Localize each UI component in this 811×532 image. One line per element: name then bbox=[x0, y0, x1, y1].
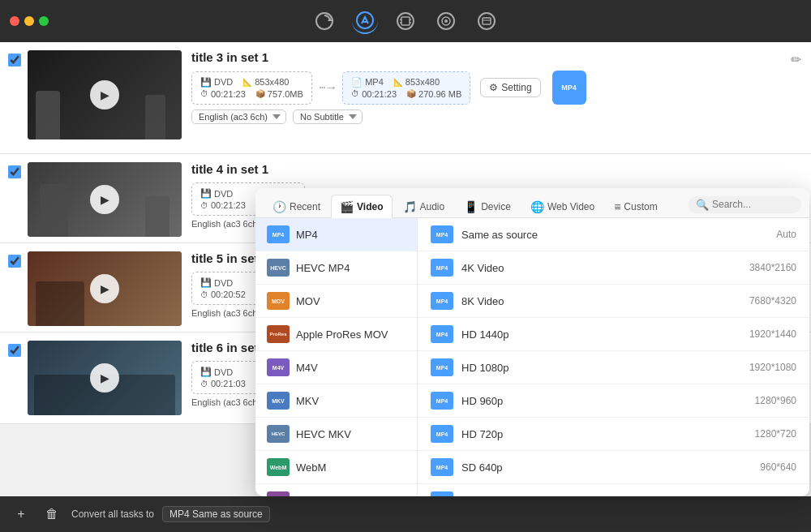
disc-icon[interactable] bbox=[433, 8, 459, 34]
nav-icons bbox=[311, 8, 500, 34]
m4v-format-icon: M4V bbox=[267, 358, 290, 376]
mov-format-icon: MOV bbox=[267, 292, 290, 310]
video-tab-icon: 🎬 bbox=[340, 200, 354, 213]
video-thumb-1: ▶ bbox=[28, 50, 182, 139]
pror-format-icon: ProRes bbox=[267, 325, 290, 343]
640p-preset-icon: MP4 bbox=[431, 458, 453, 476]
format-picker-overlay: 🕐 Recent 🎬 Video 🎵 Audio 📱 Device 🌐 Web … bbox=[255, 188, 809, 496]
video-thumb-2: ▶ bbox=[28, 162, 182, 237]
format-preset-1080p[interactable]: MP4 HD 1080p 1920*1080 bbox=[418, 351, 809, 384]
custom-tab-icon: ≡ bbox=[614, 200, 620, 213]
format-preset-1440p[interactable]: MP4 HD 1440p 1920*1440 bbox=[418, 318, 809, 351]
format-item-m4v[interactable]: M4V M4V bbox=[255, 351, 417, 384]
search-icon: 🔍 bbox=[696, 199, 709, 211]
format-right-panel: MP4 Same as source Auto MP4 4K Video 384… bbox=[418, 218, 809, 496]
format-item-mp4[interactable]: MP4 MP4 bbox=[255, 218, 417, 251]
format-tabs: 🕐 Recent 🎬 Video 🎵 Audio 📱 Device 🌐 Web … bbox=[255, 188, 809, 218]
close-dot[interactable] bbox=[10, 16, 19, 26]
format-item-hevc-mp4[interactable]: HEVC HEVC MP4 bbox=[255, 251, 417, 285]
same-preset-icon: MP4 bbox=[431, 225, 453, 243]
convert-icon[interactable] bbox=[352, 8, 378, 34]
tab-video[interactable]: 🎬 Video bbox=[331, 195, 392, 218]
dest-box-1: 📄 MP4 📐 853x480 ⏱ 00:21:23 📦 270.96 MB bbox=[342, 71, 470, 105]
recent-icon: 🕐 bbox=[272, 200, 286, 213]
format-item-webm[interactable]: WebM WebM bbox=[255, 451, 417, 484]
audio-tab-icon: 🎵 bbox=[403, 200, 417, 213]
tab-audio[interactable]: 🎵 Audio bbox=[394, 195, 454, 218]
window-controls bbox=[10, 16, 49, 26]
format-item-mov[interactable]: MOV MOV bbox=[255, 285, 417, 318]
mp4-format-icon: MP4 bbox=[267, 225, 290, 243]
video-title-1: title 3 in set 1 bbox=[191, 50, 803, 64]
audio-select-1[interactable]: English (ac3 6ch) bbox=[191, 109, 286, 124]
delete-button[interactable]: 🗑 bbox=[41, 503, 63, 526]
play-button-3[interactable]: ▶ bbox=[90, 274, 119, 303]
minimize-dot[interactable] bbox=[24, 16, 34, 26]
format-badge[interactable]: MP4 Same as source bbox=[162, 506, 270, 522]
format-item-avi[interactable]: AVI AVI bbox=[255, 484, 417, 496]
setting-button-1[interactable]: ⚙ DVD Setting bbox=[480, 78, 540, 97]
play-button-2[interactable]: ▶ bbox=[90, 185, 119, 214]
format-left-panel: MP4 MP4 HEVC HEVC MP4 MOV MOV ProRes App… bbox=[255, 218, 418, 496]
video-checkbox-1[interactable] bbox=[8, 54, 21, 66]
video-checkbox-3[interactable] bbox=[8, 255, 21, 268]
video-thumb-4: ▶ bbox=[28, 341, 182, 415]
web-video-tab-icon: 🌐 bbox=[530, 200, 544, 213]
format-item-mkv[interactable]: MKV MKV bbox=[255, 384, 417, 418]
svg-rect-5 bbox=[401, 17, 410, 25]
film-icon[interactable] bbox=[393, 8, 418, 34]
tab-custom[interactable]: ≡ Custom bbox=[605, 195, 667, 218]
main-content: ▶ title 3 in set 1 💾 DVD 📐 853x480 ⏱ 00:… bbox=[0, 42, 811, 532]
format-preset-576p[interactable]: MP4 SD 576p 768*576 bbox=[418, 484, 809, 496]
960p-preset-icon: MP4 bbox=[431, 392, 453, 410]
titlebar bbox=[0, 0, 811, 42]
webm-format-icon: WebM bbox=[267, 458, 290, 476]
format-item-apple-pror[interactable]: ProRes Apple ProRes MOV bbox=[255, 318, 417, 351]
format-preset-same[interactable]: MP4 Same as source Auto bbox=[418, 218, 809, 251]
maximize-dot[interactable] bbox=[39, 16, 49, 26]
avi-format-icon: AVI bbox=[267, 491, 290, 496]
audio-label-4: English (ac3 6ch bbox=[191, 397, 257, 407]
play-button-4[interactable]: ▶ bbox=[90, 363, 119, 393]
4k-preset-icon: MP4 bbox=[431, 259, 453, 277]
576p-preset-icon: MP4 bbox=[431, 491, 453, 496]
video-checkbox-2[interactable] bbox=[8, 165, 21, 178]
tab-web-video[interactable]: 🌐 Web Video bbox=[521, 195, 603, 218]
subtitle-select-1[interactable]: No Subtitle bbox=[293, 109, 363, 124]
1080p-preset-icon: MP4 bbox=[431, 358, 453, 376]
video-checkbox-4[interactable] bbox=[8, 344, 21, 357]
format-preset-720p[interactable]: MP4 HD 720p 1280*720 bbox=[418, 418, 809, 451]
audio-label-3: English (ac3 6ch bbox=[191, 308, 257, 318]
format-item-hevc-mkv[interactable]: HEVC HEVC MKV bbox=[255, 418, 417, 451]
rotate-icon[interactable] bbox=[311, 8, 337, 34]
bottom-bar: + 🗑 Convert all tasks to MP4 Same as sou… bbox=[0, 496, 811, 532]
arrow-icon-1: ···→ bbox=[319, 80, 336, 95]
format-search-box: 🔍 bbox=[688, 196, 801, 213]
video-title-2: title 4 in set 1 bbox=[191, 162, 803, 176]
svg-point-4 bbox=[397, 13, 414, 29]
8k-preset-icon: MP4 bbox=[431, 292, 453, 310]
video-thumb-3: ▶ bbox=[28, 251, 182, 326]
edit-button-1[interactable]: ✏ bbox=[791, 52, 801, 67]
format-search-input[interactable] bbox=[712, 199, 793, 210]
play-button-1[interactable]: ▶ bbox=[90, 80, 119, 109]
svg-point-13 bbox=[478, 13, 495, 29]
gear-icon: ⚙ bbox=[489, 82, 498, 93]
tab-recent[interactable]: 🕐 Recent bbox=[264, 195, 329, 218]
video-item-1: ▶ title 3 in set 1 💾 DVD 📐 853x480 ⏱ 00:… bbox=[0, 42, 811, 154]
format-preset-4k[interactable]: MP4 4K Video 3840*2160 bbox=[418, 251, 809, 285]
format-preset-960p[interactable]: MP4 HD 960p 1280*960 bbox=[418, 384, 809, 418]
format-preset-8k[interactable]: MP4 8K Video 7680*4320 bbox=[418, 285, 809, 318]
format-preset-640p[interactable]: MP4 SD 640p 960*640 bbox=[418, 451, 809, 484]
device-tab-icon: 📱 bbox=[464, 200, 478, 213]
clip-icon[interactable] bbox=[474, 8, 500, 34]
720p-preset-icon: MP4 bbox=[431, 425, 453, 443]
add-button[interactable]: + bbox=[10, 503, 32, 526]
source-box-1: 💾 DVD 📐 853x480 ⏱ 00:21:23 📦 757.0MB bbox=[191, 71, 312, 105]
mp4-icon-big-1: MP4 bbox=[552, 71, 586, 105]
format-body: MP4 MP4 HEVC HEVC MP4 MOV MOV ProRes App… bbox=[255, 218, 809, 496]
tab-device[interactable]: 📱 Device bbox=[455, 195, 520, 218]
mkv-format-icon: MKV bbox=[267, 392, 290, 410]
convert-row-1: 💾 DVD 📐 853x480 ⏱ 00:21:23 📦 757.0MB ···… bbox=[191, 71, 803, 105]
svg-rect-14 bbox=[483, 18, 491, 24]
